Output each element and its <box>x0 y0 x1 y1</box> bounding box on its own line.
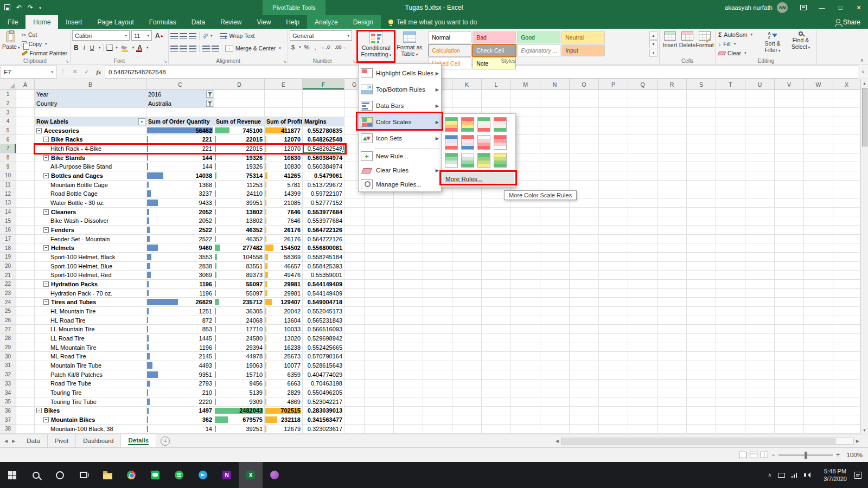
cell-x10[interactable] <box>833 171 860 181</box>
cell-c1[interactable]: 2016 <box>146 90 214 99</box>
menu-item-icon-sets[interactable]: Icon Sets▶ <box>359 130 441 146</box>
cell-c22[interactable]: 1196 <box>146 280 214 289</box>
cell-u26[interactable] <box>745 316 775 325</box>
cell-b21[interactable]: Sport-100 Helmet, Red <box>35 271 146 280</box>
vertical-scrollbar[interactable]: ▲ ▼ <box>860 79 868 434</box>
row-header-12[interactable]: 12 <box>0 189 16 198</box>
cell-g34[interactable] <box>344 388 365 397</box>
cell-t16[interactable] <box>716 226 745 235</box>
cell-v18[interactable] <box>775 243 804 253</box>
cell-e9[interactable]: 10830 <box>265 162 303 171</box>
align-center-icon[interactable] <box>180 46 187 52</box>
cell-u16[interactable] <box>745 226 775 235</box>
cell-j36[interactable] <box>423 407 452 416</box>
cell-l33[interactable] <box>482 380 511 389</box>
cell-u3[interactable] <box>745 108 775 117</box>
collapse-button[interactable]: − <box>43 299 49 305</box>
cell-o25[interactable] <box>570 307 599 316</box>
cell-x8[interactable] <box>833 153 860 163</box>
cell-q20[interactable] <box>628 262 658 271</box>
cell-b30[interactable]: ML Road Tire <box>35 352 146 361</box>
cell-s21[interactable] <box>687 271 716 280</box>
cell-d1[interactable] <box>214 90 265 99</box>
cell-h31[interactable] <box>365 361 394 370</box>
clear-button[interactable]: Clear▾ <box>717 49 758 57</box>
cell-f13[interactable]: 0.52777152 <box>303 198 344 208</box>
cell-m35[interactable] <box>511 397 540 407</box>
cell-s23[interactable] <box>687 289 716 298</box>
collapse-ribbon-button[interactable]: ∧ <box>860 57 864 63</box>
cell-t19[interactable] <box>716 253 745 262</box>
cell-p2[interactable] <box>599 99 628 108</box>
fill-color-button[interactable] <box>119 43 130 53</box>
search-button[interactable] <box>24 462 48 488</box>
format-painter-button[interactable]: Format Painter <box>21 49 68 57</box>
tab-help[interactable]: Help <box>278 15 307 29</box>
cell-v28[interactable] <box>775 334 804 343</box>
cell-k15[interactable] <box>452 216 482 226</box>
cell-q34[interactable] <box>628 388 658 397</box>
cell-o17[interactable] <box>570 235 599 244</box>
cell-f36[interactable]: 0.283039013 <box>303 407 344 416</box>
cell-r23[interactable] <box>658 289 687 298</box>
cell-p15[interactable] <box>599 216 628 226</box>
cell-a10[interactable] <box>16 171 35 181</box>
cell-e12[interactable]: 14399 <box>265 189 303 198</box>
cell-x23[interactable] <box>833 289 860 298</box>
cell-n14[interactable] <box>540 208 570 217</box>
fill-button[interactable]: ↓Fill▾ <box>717 40 758 48</box>
cell-a20[interactable] <box>16 262 35 271</box>
cell-m21[interactable] <box>511 271 540 280</box>
cell-p21[interactable] <box>599 271 628 280</box>
cell-n36[interactable] <box>540 407 570 416</box>
cell-f31[interactable]: 0.528615643 <box>303 361 344 370</box>
cell-b5[interactable]: −Accessories <box>35 126 146 136</box>
cell-r26[interactable] <box>658 316 687 325</box>
cell-d2[interactable] <box>214 99 265 108</box>
cell-p17[interactable] <box>599 235 628 244</box>
cell-o4[interactable] <box>570 117 599 126</box>
cell-k22[interactable] <box>452 280 482 289</box>
row-header-28[interactable]: 28 <box>0 334 16 343</box>
cell-q8[interactable] <box>628 153 658 163</box>
cell-f9[interactable]: 0.560384974 <box>303 162 344 171</box>
share-button[interactable]: Share <box>836 15 860 29</box>
cell-t1[interactable] <box>716 90 745 99</box>
menu-item-top-bottom-rules[interactable]: Top/Bottom Rules▶ <box>359 81 441 98</box>
filter-icon[interactable] <box>206 100 213 107</box>
cell-l38[interactable] <box>482 425 511 434</box>
cell-r15[interactable] <box>658 216 687 226</box>
cell-f3[interactable] <box>303 108 344 117</box>
cell-s12[interactable] <box>687 189 716 198</box>
cell-q31[interactable] <box>628 361 658 370</box>
cell-f17[interactable]: 0.564722126 <box>303 235 344 244</box>
cell-r20[interactable] <box>658 262 687 271</box>
cell-r35[interactable] <box>658 397 687 407</box>
collapse-button[interactable]: − <box>43 227 49 233</box>
column-header-b[interactable]: B <box>35 79 146 89</box>
cell-d35[interactable]: 9309 <box>214 397 265 407</box>
cell-s6[interactable] <box>687 135 716 144</box>
cell-u27[interactable] <box>745 325 775 334</box>
cell-k2[interactable] <box>452 99 482 108</box>
cell-q12[interactable] <box>628 189 658 198</box>
cell-f14[interactable]: 0.553977684 <box>303 208 344 217</box>
cell-i15[interactable] <box>394 216 423 226</box>
cell-l31[interactable] <box>482 361 511 370</box>
cell-v20[interactable] <box>775 262 804 271</box>
cell-i20[interactable] <box>394 262 423 271</box>
cell-v14[interactable] <box>775 208 804 217</box>
cell-l18[interactable] <box>482 243 511 253</box>
color-scale-option-2[interactable] <box>461 117 474 132</box>
cell-s33[interactable] <box>687 380 716 389</box>
cell-n33[interactable] <box>540 380 570 389</box>
cell-e1[interactable] <box>265 90 303 99</box>
cell-q35[interactable] <box>628 397 658 407</box>
cell-j18[interactable] <box>423 243 452 253</box>
cell-m31[interactable] <box>511 361 540 370</box>
cell-c32[interactable]: 9351 <box>146 370 214 380</box>
underline-button[interactable]: U <box>88 43 96 53</box>
cell-c21[interactable]: 3069 <box>146 271 214 280</box>
column-header-d[interactable]: D <box>214 79 265 89</box>
cell-p7[interactable] <box>599 144 628 153</box>
